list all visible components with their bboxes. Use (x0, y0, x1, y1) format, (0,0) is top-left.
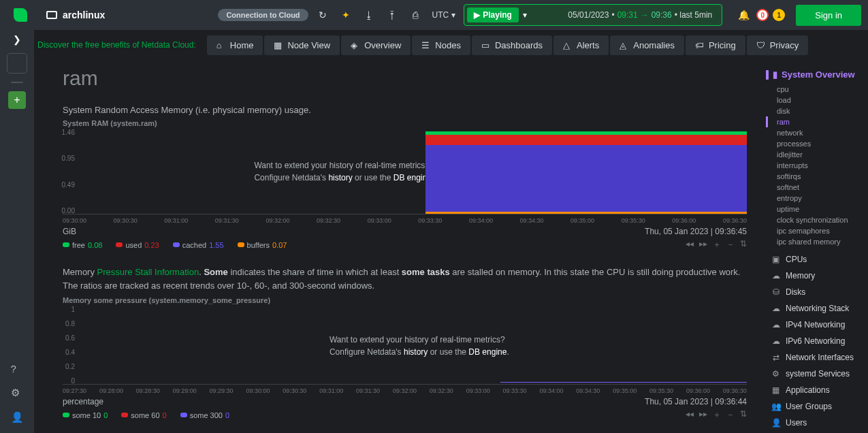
nav-alerts[interactable]: △Alerts (553, 35, 609, 55)
group-icon: ⇄ (771, 353, 780, 362)
chart-fwd-icon[interactable]: ▸▸ (699, 239, 707, 251)
content-area: ram System Random Access Memory (i.e. ph… (34, 60, 766, 433)
rn-item-ipc-semaphores[interactable]: ipc semaphores (771, 225, 863, 236)
user-icon[interactable]: 👤 (11, 411, 24, 423)
nav-anomalies[interactable]: ◬Anomalies (610, 35, 684, 55)
nav-nodes[interactable]: ☰Nodes (412, 35, 470, 55)
rn-group-networking-stack[interactable]: ☁Networking Stack (771, 300, 863, 317)
rn-group-network-interfaces[interactable]: ⇄Network Interfaces (771, 349, 863, 366)
cloud-nav: Discover the free benefits of Netdata Cl… (0, 30, 868, 60)
refresh-icon[interactable]: ↻ (314, 6, 332, 24)
legend-free[interactable]: free 0.08 (63, 239, 102, 251)
chart-pressure-plot: Want to extend your history of real-time… (63, 306, 747, 385)
nav-overview[interactable]: ◈Overview (341, 35, 411, 55)
rn-item-disk[interactable]: disk (771, 106, 863, 116)
rn-group-user-groups[interactable]: 👥User Groups (771, 398, 863, 415)
download-icon[interactable]: ⭳ (360, 6, 378, 24)
rn-item-uptime[interactable]: uptime (771, 204, 863, 214)
upload-icon[interactable]: ⭱ (383, 6, 401, 24)
rn-item-cpu[interactable]: cpu (771, 84, 863, 95)
legend-buffers[interactable]: buffers 0.07 (238, 239, 287, 251)
netdata-logo-icon[interactable] (14, 8, 27, 22)
rn-group-memory[interactable]: ☁Memory (771, 268, 863, 284)
rn-group-users[interactable]: 👤Users (771, 415, 863, 431)
chart-back-icon[interactable]: ◂◂ (686, 239, 694, 251)
rn-item-idlejitter[interactable]: idlejitter (771, 149, 863, 160)
chart-resize-icon[interactable]: ⇅ (740, 239, 747, 251)
legend-cached[interactable]: cached 1.55 (173, 239, 224, 251)
chart-ram-tools: ◂◂ ▸▸ ＋ － ⇅ (686, 239, 747, 251)
print-icon[interactable]: ⎙ (406, 6, 424, 24)
home-icon: ⌂ (216, 40, 226, 50)
section-desc: System Random Access Memory (i.e. physic… (63, 105, 747, 115)
legend-some10[interactable]: some 10 0 (63, 409, 108, 421)
group-icon: 👥 (771, 402, 780, 411)
pressure-line (500, 382, 747, 383)
chart-pressure[interactable]: 10.80.60.40.20 Want to extend your histo… (63, 306, 747, 394)
group-icon: ☁ (771, 320, 780, 330)
rn-group-applications[interactable]: ▦Applications (771, 382, 863, 398)
rn-item-interrupts[interactable]: interrupts (771, 160, 863, 171)
nav-privacy[interactable]: 🛡Privacy (747, 35, 809, 55)
chart-zoomout-icon[interactable]: － (726, 409, 735, 421)
layers-icon: ◈ (351, 40, 360, 50)
rn-item-processes[interactable]: processes (771, 138, 863, 149)
host-selector[interactable]: archlinux (39, 7, 112, 23)
chart-fwd-icon[interactable]: ▸▸ (699, 409, 707, 421)
rn-item-clock-synchronization[interactable]: clock synchronization (771, 214, 863, 225)
expand-rail-icon[interactable]: ❯ (13, 34, 21, 45)
legend-used[interactable]: used 0.23 (116, 239, 159, 251)
psi-desc: Memory Pressure Stall Information. Some … (63, 266, 747, 292)
dashboard-icon: ▭ (481, 40, 491, 50)
group-icon: ⛁ (771, 287, 780, 297)
group-icon: ▦ (771, 385, 780, 395)
bell-icon[interactable]: 🔔 (735, 6, 752, 24)
chart-ram[interactable]: 1.460.950.490.00 Want to extend your his… (63, 129, 747, 224)
chart-back-icon[interactable]: ◂◂ (686, 409, 694, 421)
time-range-picker[interactable]: 05/01/2023 • 09:31 → 09:36 • last 5min (568, 10, 719, 20)
chart-zoomin-icon[interactable]: ＋ (713, 409, 721, 421)
rn-item-ram[interactable]: ram (766, 116, 863, 127)
play-dropdown[interactable]: ▾ (519, 10, 531, 20)
host-name: archlinux (63, 10, 105, 20)
rn-group-systemd-services[interactable]: ⚙systemd Services (771, 366, 863, 382)
rn-item-load[interactable]: load (771, 95, 863, 106)
chart-ram-unit: GiB (63, 227, 76, 236)
lightbulb-icon[interactable]: ✦ (337, 6, 355, 24)
rn-item-ipc-shared-memory[interactable]: ipc shared memory (771, 236, 863, 247)
alerts-warning-badge[interactable]: 1 (773, 9, 785, 21)
rn-head-system-overview[interactable]: ▮System Overview (771, 69, 863, 80)
rn-item-network[interactable]: network (771, 127, 863, 138)
nav-dashboards[interactable]: ▭Dashboards (472, 35, 552, 55)
rn-group-ipv6-networking[interactable]: ☁IPv6 Networking (771, 333, 863, 349)
legend-some300[interactable]: some 300 0 (180, 409, 229, 421)
group-icon: 👤 (771, 418, 780, 428)
add-space-button[interactable]: + (8, 91, 26, 109)
timezone-selector[interactable]: UTC▾ (430, 10, 459, 20)
rn-group-disks[interactable]: ⛁Disks (771, 284, 863, 300)
rn-item-softirqs[interactable]: softirqs (771, 171, 863, 182)
rn-group-ipv4-networking[interactable]: ☁IPv4 Networking (771, 317, 863, 333)
sign-in-button[interactable]: Sign in (796, 5, 861, 26)
settings-icon[interactable]: ⚙ (11, 387, 24, 399)
space-icon[interactable] (7, 53, 27, 74)
chart-resize-icon[interactable]: ⇅ (740, 409, 747, 421)
anomaly-icon: ◬ (620, 40, 629, 50)
chart-zoomout-icon[interactable]: － (726, 239, 735, 251)
legend-some60[interactable]: some 60 0 (121, 409, 166, 421)
nav-home[interactable]: ⌂Home (207, 35, 263, 55)
psi-link[interactable]: Pressure Stall Information (97, 267, 199, 277)
alerts-critical-badge[interactable]: 0 (756, 9, 769, 21)
help-icon[interactable]: ? (11, 363, 24, 374)
nav-pricing[interactable]: 🏷Pricing (686, 35, 745, 55)
rn-group-cpus[interactable]: ▣CPUs (771, 251, 863, 268)
benefits-link[interactable]: Discover the free benefits of Netdata Cl… (37, 40, 196, 50)
nav-nodeview[interactable]: ▦Node View (264, 35, 340, 55)
chart-pressure-title: Memory some pressure (system.memory_some… (63, 296, 747, 304)
play-button[interactable]: ▶Playing (467, 7, 519, 22)
grid-icon: ▦ (274, 40, 283, 50)
connection-cloud-pill[interactable]: Connection to Cloud (218, 9, 308, 21)
rn-item-entropy[interactable]: entropy (771, 193, 863, 204)
chart-zoomin-icon[interactable]: ＋ (713, 239, 721, 251)
rn-item-softnet[interactable]: softnet (771, 182, 863, 193)
